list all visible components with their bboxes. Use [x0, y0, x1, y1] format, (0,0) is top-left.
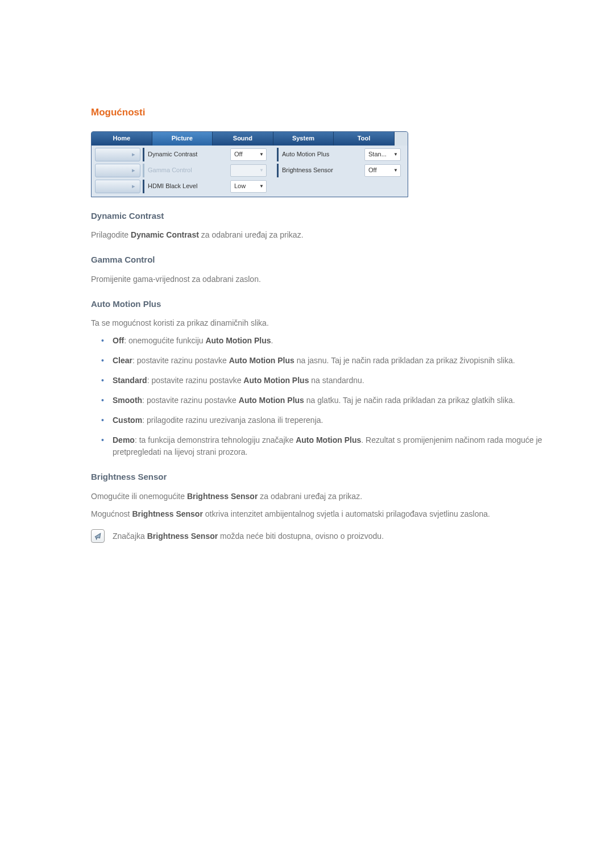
setting-label: HDMI Black Level — [143, 180, 228, 193]
dropdown-value: Stan... — [368, 149, 387, 159]
section-heading: Dynamic Contrast — [91, 210, 551, 223]
dynamic-contrast-dropdown[interactable]: Off ▼ — [230, 148, 267, 161]
setting-label: Auto Motion Plus — [277, 148, 362, 161]
auto-motion-plus-dropdown[interactable]: Stan... ▼ — [364, 148, 401, 161]
gamma-control-dropdown: ▼ — [230, 164, 267, 177]
tab-filler — [395, 132, 408, 146]
dropdown-value: Low — [234, 181, 246, 191]
section-heading: Auto Motion Plus — [91, 298, 551, 311]
settings-panel: Home Picture Sound System Tool ▸ Dynamic… — [91, 131, 408, 197]
row-expand[interactable]: ▸ — [95, 164, 140, 177]
settings-row: ▸ HDMI Black Level Low ▼ — [95, 180, 404, 193]
hdmi-black-level-dropdown[interactable]: Low ▼ — [230, 180, 267, 193]
dropdown-value: Off — [368, 165, 376, 175]
setting-label: Gamma Control — [143, 164, 228, 177]
setting-label: Brightness Sensor — [277, 164, 362, 177]
settings-rows: ▸ Dynamic Contrast Off ▼ Auto Motion Plu… — [92, 146, 408, 197]
note: Značajka Brightness Sensor možda neće bi… — [91, 529, 551, 543]
section-heading: Gamma Control — [91, 254, 551, 267]
tab-system[interactable]: System — [273, 132, 334, 146]
list-item: Custom: prilagodite razinu urezivanja za… — [101, 414, 551, 426]
section-text: Ta se mogućnost koristi za prikaz dinami… — [91, 317, 551, 329]
settings-row: ▸ Dynamic Contrast Off ▼ Auto Motion Plu… — [95, 148, 404, 161]
section-text: Omogućite ili onemogućite Brightness Sen… — [91, 491, 551, 502]
tab-home[interactable]: Home — [92, 132, 152, 146]
note-icon — [91, 529, 105, 543]
chevron-down-icon: ▼ — [393, 151, 398, 158]
tab-sound[interactable]: Sound — [213, 132, 273, 146]
setting-label: Dynamic Contrast — [143, 148, 228, 161]
chevron-down-icon: ▼ — [393, 167, 398, 174]
tab-bar: Home Picture Sound System Tool — [92, 132, 408, 146]
chevron-down-icon: ▼ — [259, 183, 264, 190]
list-item: Off: onemogućite funkciju Auto Motion Pl… — [101, 335, 551, 347]
row-expand[interactable]: ▸ — [95, 180, 140, 193]
amp-option-list: Off: onemogućite funkciju Auto Motion Pl… — [91, 335, 551, 458]
list-item: Smooth: postavite razinu postavke Auto M… — [101, 394, 551, 406]
row-expand[interactable]: ▸ — [95, 148, 140, 161]
chevron-down-icon: ▼ — [259, 167, 264, 174]
settings-row: ▸ Gamma Control ▼ Brightness Sensor Off … — [95, 164, 404, 177]
section-text: Prilagodite Dynamic Contrast za odabrani… — [91, 229, 551, 241]
chevron-down-icon: ▼ — [259, 151, 264, 158]
page-title: Mogućnosti — [91, 105, 551, 120]
list-item: Standard: postavite razinu postavke Auto… — [101, 375, 551, 387]
list-item: Demo: ta funkcija demonstrira tehnologij… — [101, 434, 551, 458]
tab-tool[interactable]: Tool — [334, 132, 395, 146]
tab-picture[interactable]: Picture — [152, 132, 213, 146]
dropdown-value: Off — [234, 149, 242, 159]
section-text: Promijenite gama-vrijednost za odabrani … — [91, 273, 551, 285]
section-heading: Brightness Sensor — [91, 471, 551, 484]
section-text: Mogućnost Brightness Sensor otkriva inte… — [91, 508, 551, 520]
list-item: Clear: postavite razinu postavke Auto Mo… — [101, 355, 551, 367]
brightness-sensor-dropdown[interactable]: Off ▼ — [364, 164, 401, 177]
note-text: Značajka Brightness Sensor možda neće bi… — [113, 530, 384, 542]
